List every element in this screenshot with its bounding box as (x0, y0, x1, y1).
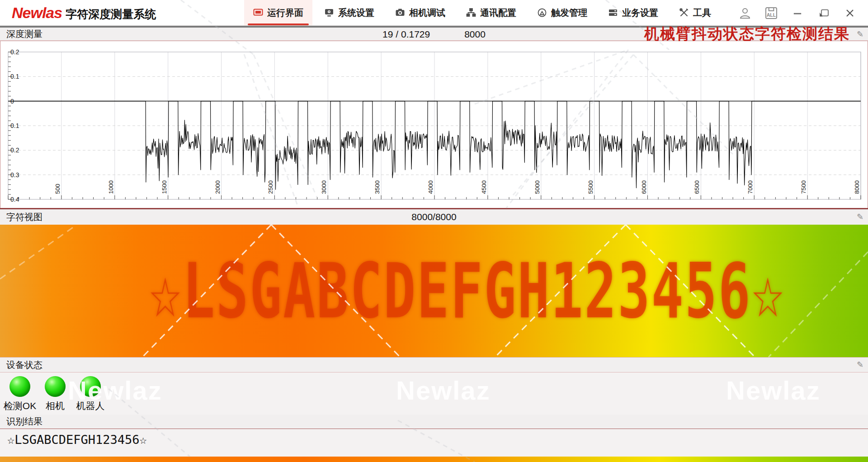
svg-text:2500: 2500 (267, 180, 274, 194)
svg-text:4000: 4000 (427, 180, 434, 194)
status-label: 检测OK (4, 400, 36, 412)
svg-text:0.3: 0.3 (10, 171, 19, 179)
result-panel-header: 识别结果 (0, 415, 868, 429)
svg-text:0.1: 0.1 (10, 122, 19, 129)
points-total-value: 8000 (464, 29, 486, 40)
trigger-icon (537, 8, 547, 18)
app-title: 字符深度测量系统 (66, 7, 156, 22)
tab-label: 系统设置 (338, 7, 374, 19)
char-count-depth-value: 19 / 0.1729 (382, 29, 430, 40)
tab-label: 运行界面 (267, 7, 303, 19)
device-status-body: 检测OK相机机器人 Newlaz Newlaz Newlaz (0, 372, 868, 415)
svg-text:0.1: 0.1 (10, 73, 19, 80)
status-light-group: 检测OK相机机器人 (5, 376, 105, 415)
status-light-检测OK: 检测OK (5, 376, 34, 415)
edit-icon[interactable]: ✎ (857, 29, 863, 39)
heatmap-characters: ☆LSGABCDEFGH123456☆ (149, 247, 785, 335)
close-icon[interactable] (840, 4, 860, 22)
status-light-相机: 相机 (41, 376, 70, 415)
depth-chart: 0.20.100.10.20.30.4500100015002000250030… (0, 41, 868, 208)
result-panel-title: 识别结果 (6, 415, 42, 428)
recognition-result-value: ☆LSGABCDEFGH123456☆ (0, 429, 868, 457)
tab-label: 相机调试 (409, 7, 445, 19)
tab-触发管理[interactable]: 触发管理 (528, 0, 596, 25)
tab-相机调试[interactable]: 相机调试 (386, 0, 454, 25)
green-light-icon (9, 376, 30, 397)
network-icon (466, 8, 476, 18)
main-tab-bar: 运行界面系统设置相机调试通讯配置触发管理业务设置工具 (244, 0, 720, 25)
green-light-icon (45, 376, 66, 397)
device-status-title: 设备状态 (6, 359, 42, 371)
tab-label: 通讯配置 (480, 7, 516, 19)
tab-label: 工具 (693, 7, 711, 19)
watermark-text: Newlaz (396, 375, 491, 405)
status-light-机器人: 机器人 (76, 376, 105, 415)
char-heatmap: ☆LSGABCDEFGH123456☆ (0, 225, 868, 357)
edit-icon[interactable]: ✎ (857, 212, 863, 222)
svg-text:ALL: ALL (767, 12, 776, 18)
svg-text:3500: 3500 (374, 180, 381, 194)
app-brand: Newlas 字符深度测量系统 (0, 4, 190, 22)
user-icon[interactable] (735, 4, 755, 22)
monitor-icon (253, 8, 263, 18)
charview-counter: 8000/8000 (0, 212, 868, 222)
svg-text:6000: 6000 (641, 180, 647, 194)
tools-icon (679, 8, 689, 18)
tab-label: 业务设置 (622, 7, 658, 19)
tab-工具[interactable]: 工具 (670, 0, 720, 25)
svg-text:4500: 4500 (481, 180, 487, 194)
status-label: 相机 (46, 400, 65, 412)
depth-chart-svg: 0.20.100.10.20.30.4500100015002000250030… (0, 41, 868, 208)
svg-text:0.4: 0.4 (10, 196, 19, 203)
svg-text:6500: 6500 (693, 180, 700, 194)
svg-text:5000: 5000 (534, 180, 541, 194)
depth-panel-header: 深度测量 19 / 0.1729 8000 机械臂抖动状态字符检测结果 ✎ (0, 26, 868, 41)
minimize-icon[interactable] (788, 4, 807, 22)
tab-系统设置[interactable]: 系统设置 (315, 0, 383, 25)
svg-text:3000: 3000 (321, 180, 327, 194)
system-gear-icon (324, 8, 334, 18)
tab-label: 触发管理 (551, 7, 587, 19)
edit-icon[interactable]: ✎ (857, 360, 863, 370)
watermark-text: Newlaz (726, 375, 821, 405)
tab-通讯配置[interactable]: 通讯配置 (457, 0, 525, 25)
svg-text:5500: 5500 (587, 180, 594, 194)
tab-运行界面[interactable]: 运行界面 (244, 0, 312, 25)
bottom-gradient-strip (0, 457, 868, 462)
charview-panel-header: 字符视图 8000/8000 ✎ (0, 208, 868, 225)
svg-text:8000: 8000 (854, 180, 860, 194)
restore-icon[interactable] (814, 4, 834, 22)
camera-icon (395, 8, 405, 18)
save-all-icon[interactable]: ALL (761, 4, 781, 22)
top-bar: Newlas 字符深度测量系统 运行界面系统设置相机调试通讯配置触发管理业务设置… (0, 0, 868, 26)
svg-text:500: 500 (54, 184, 61, 194)
depth-panel-title: 深度测量 (6, 28, 42, 40)
app-logo: Newlas (12, 4, 62, 22)
window-controls: ALL (735, 0, 868, 26)
svg-text:7000: 7000 (747, 180, 754, 194)
svg-text:7500: 7500 (800, 180, 807, 194)
svg-text:1000: 1000 (108, 180, 114, 194)
svg-text:1500: 1500 (161, 180, 168, 194)
svg-text:2000: 2000 (214, 180, 221, 194)
svg-text:0.2: 0.2 (10, 146, 19, 154)
tab-业务设置[interactable]: 业务设置 (599, 0, 667, 25)
server-icon (608, 8, 618, 18)
svg-text:0.2: 0.2 (10, 48, 19, 56)
device-status-header: 设备状态 ✎ (0, 357, 868, 372)
status-label: 机器人 (76, 400, 105, 412)
green-light-icon (80, 376, 101, 397)
